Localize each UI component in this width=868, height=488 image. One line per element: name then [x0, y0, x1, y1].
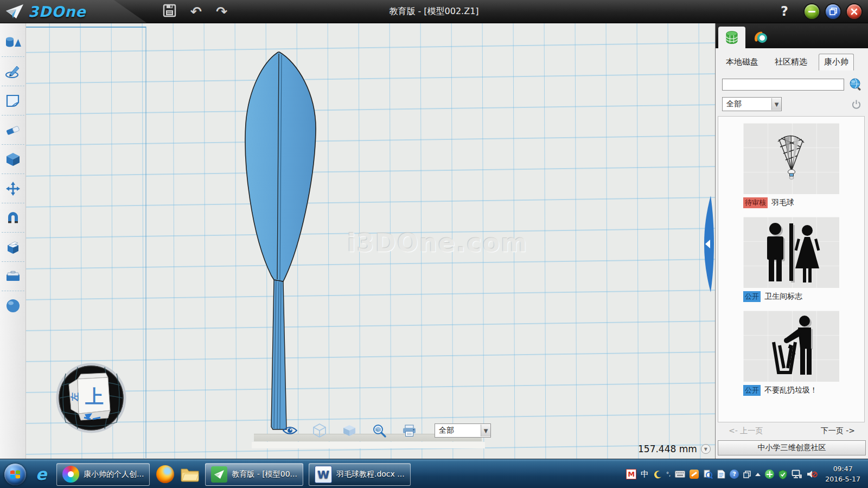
- thumbnail-restroom[interactable]: [743, 217, 839, 288]
- 3done-app-icon: [211, 466, 227, 483]
- community-tab[interactable]: [748, 27, 775, 48]
- eraser-icon: [5, 124, 21, 137]
- antivirus-plus-tray-icon[interactable]: [765, 470, 774, 479]
- firefox-icon: [156, 465, 174, 483]
- taskbar-clock[interactable]: 09:47 2016-5-17: [825, 464, 860, 484]
- panel-filter-value: 全部: [723, 99, 771, 109]
- primitives-tool[interactable]: [2, 28, 24, 56]
- tab-user[interactable]: 康小帅: [819, 54, 854, 70]
- model-card[interactable]: 公开 不要乱扔垃圾！: [743, 311, 839, 400]
- printer-icon: [402, 425, 417, 437]
- mathtype-tray-icon[interactable]: M: [626, 469, 636, 479]
- system-tray: M 中 °, ?: [626, 464, 864, 484]
- model-name: 不要乱扔垃圾！: [764, 386, 818, 395]
- tray-icon: [5, 270, 21, 283]
- view-cube-left-label[interactable]: 左: [69, 393, 80, 402]
- eraser-tool[interactable]: [2, 115, 24, 144]
- power-icon[interactable]: [851, 99, 861, 110]
- model-paddle[interactable]: [26, 23, 715, 459]
- shaded-view-button[interactable]: [342, 423, 357, 438]
- redo-button[interactable]: ↷: [216, 5, 227, 18]
- clock-date: 2016-5-17: [825, 474, 860, 484]
- open-box-icon: [5, 240, 21, 254]
- left-toolbar: [0, 23, 26, 459]
- tab-local-disk[interactable]: 本地磁盘: [721, 54, 763, 70]
- restore-button[interactable]: [826, 4, 840, 19]
- magnet-icon: [6, 211, 20, 225]
- taskbar-button-word[interactable]: W 羽毛球教程.docx ...: [309, 463, 411, 486]
- database-icon: [725, 30, 739, 44]
- surface-tool[interactable]: [2, 86, 24, 115]
- minimize-icon: [808, 11, 815, 12]
- help-button[interactable]: ?: [781, 4, 788, 19]
- moon-tray-icon[interactable]: [653, 470, 662, 479]
- degree-tray-icon[interactable]: °,: [666, 471, 671, 477]
- view-cube-top-label[interactable]: 上: [85, 386, 104, 407]
- measurement-dropdown[interactable]: ▼: [701, 444, 711, 454]
- model-card[interactable]: 公开 卫生间标志: [743, 217, 839, 306]
- taskbar-button-3done[interactable]: 教育版 - [模型00...: [205, 463, 303, 486]
- windows-stack-tray-icon[interactable]: [743, 471, 751, 478]
- drawer-tool[interactable]: [2, 261, 24, 291]
- firefox-launcher[interactable]: [155, 465, 175, 484]
- shield-tray-icon[interactable]: [778, 470, 787, 479]
- window-title: 教育版 - [模型002.Z1]: [0, 6, 868, 17]
- save-button[interactable]: [163, 4, 176, 20]
- keyboard-tray-icon[interactable]: [675, 471, 685, 478]
- ime-tray-icon[interactable]: 中: [641, 469, 649, 479]
- canvas-filter-value: 全部: [435, 426, 481, 435]
- minimize-button[interactable]: [805, 4, 819, 19]
- search-doc-tray-icon[interactable]: [703, 470, 713, 479]
- search-globe-icon[interactable]: [849, 78, 863, 91]
- measurement-value: 157.448 mm: [638, 444, 697, 454]
- solid-feature-tool[interactable]: [2, 144, 24, 174]
- render-sphere-tool[interactable]: [2, 291, 24, 320]
- chevron-down-icon[interactable]: ▼: [481, 425, 490, 436]
- wireframe-view-button[interactable]: [312, 423, 327, 438]
- status-badge: 待审核: [743, 197, 768, 208]
- zoom-button[interactable]: [372, 423, 387, 438]
- prev-page-button[interactable]: <- 上一页: [729, 426, 763, 436]
- search-input[interactable]: [722, 79, 844, 91]
- explorer-launcher[interactable]: [180, 465, 200, 484]
- model-card[interactable]: 待审核 羽毛球: [743, 123, 839, 213]
- taskbar-button-label: 教育版 - [模型00...: [232, 470, 297, 479]
- pen-sketch-icon: [5, 65, 21, 79]
- unfold-box-tool[interactable]: [2, 232, 24, 261]
- thumbnail-badminton[interactable]: [743, 123, 839, 194]
- sphere-icon: [5, 298, 21, 313]
- close-button[interactable]: [847, 4, 861, 19]
- taskbar-button-label: 康小帅的个人创...: [84, 470, 144, 479]
- canvas-filter-select[interactable]: 全部 ▼: [435, 423, 491, 438]
- logo-text: 3DOne: [28, 3, 86, 20]
- help-tray-icon[interactable]: ?: [730, 470, 739, 479]
- show-hidden-icons-button[interactable]: [755, 473, 761, 476]
- undo-button[interactable]: ↶: [190, 5, 202, 18]
- view-cube[interactable]: 上 左: [56, 363, 126, 433]
- taskbar-button-browser[interactable]: 康小帅的个人创...: [56, 463, 150, 486]
- app-logo: 3DOne: [0, 3, 86, 20]
- thumbnail-no-littering[interactable]: [743, 311, 839, 382]
- sketch-tool[interactable]: [2, 56, 24, 86]
- magnet-tool[interactable]: [2, 203, 24, 232]
- viewport[interactable]: i3DOne.com: [26, 23, 715, 459]
- community-site-button[interactable]: 中小学三维创意社区: [718, 440, 866, 455]
- sogou-tray-icon[interactable]: [690, 470, 699, 479]
- volume-muted-tray-icon[interactable]: [807, 470, 818, 479]
- visibility-button[interactable]: [282, 423, 297, 438]
- panel-filter-row: 全部 ▼: [722, 97, 861, 111]
- ie-launcher[interactable]: e: [31, 465, 51, 484]
- community-logo-icon: [754, 30, 768, 44]
- start-button[interactable]: [4, 464, 26, 485]
- network-tray-icon[interactable]: [792, 470, 802, 479]
- print-button[interactable]: [401, 423, 417, 438]
- panel-filter-select[interactable]: 全部 ▼: [722, 97, 782, 111]
- chevron-down-icon[interactable]: ▼: [771, 98, 781, 110]
- document-tray-icon[interactable]: [717, 470, 725, 479]
- panel-collapse-handle[interactable]: [701, 196, 714, 292]
- cylinder-cone-icon: [4, 35, 22, 49]
- tab-community-featured[interactable]: 社区精选: [770, 54, 812, 70]
- library-tab[interactable]: [718, 27, 745, 48]
- next-page-button[interactable]: 下一页 ->: [821, 426, 855, 436]
- move-tool[interactable]: [2, 174, 24, 203]
